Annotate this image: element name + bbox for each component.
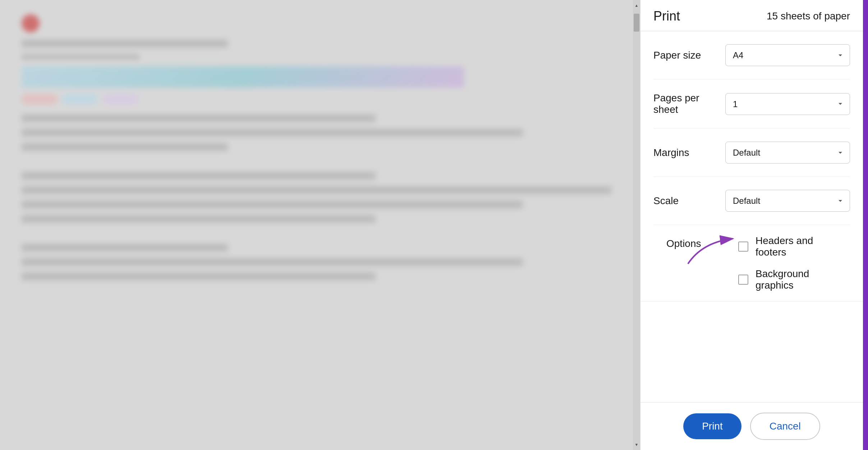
scroll-thumb[interactable] xyxy=(634,14,639,32)
background-graphics-row: Background graphics xyxy=(738,268,837,291)
background-graphics-label: Background graphics xyxy=(756,268,837,291)
options-row: Options xyxy=(666,235,837,291)
sheets-count: 15 sheets of paper xyxy=(767,10,850,22)
panel-title: Print xyxy=(653,9,680,24)
print-preview xyxy=(0,0,633,450)
headers-footers-checkbox[interactable] xyxy=(738,242,748,252)
margins-select[interactable]: Default None Minimum Custom xyxy=(725,142,850,164)
pages-per-sheet-select[interactable]: 1 2 4 6 9 16 xyxy=(725,93,850,115)
preview-scrollbar[interactable]: ▲ ▼ xyxy=(633,0,640,450)
headers-footers-label: Headers and footers xyxy=(756,235,837,258)
cancel-button[interactable]: Cancel xyxy=(750,413,820,440)
options-label: Options xyxy=(666,235,738,249)
pages-per-sheet-row: Pages per sheet 1 2 4 6 9 16 xyxy=(653,79,850,129)
options-checkboxes: Headers and footers Background graphics xyxy=(738,235,837,291)
print-panel: Print 15 sheets of paper Paper size A4 L… xyxy=(640,0,863,450)
pages-per-sheet-label: Pages per sheet xyxy=(653,92,725,115)
margins-label: Margins xyxy=(653,147,725,159)
print-button[interactable]: Print xyxy=(683,413,741,439)
scale-label: Scale xyxy=(653,195,725,207)
scale-row: Scale Default Custom Fit to page width xyxy=(653,177,850,225)
paper-size-row: Paper size A4 Letter Legal A3 xyxy=(653,31,850,79)
panel-footer: Print Cancel xyxy=(640,402,863,450)
headers-footers-row: Headers and footers xyxy=(738,235,837,258)
form-section: Paper size A4 Letter Legal A3 Pages per … xyxy=(640,31,863,302)
accent-bar xyxy=(863,0,868,450)
margins-row: Margins Default None Minimum Custom xyxy=(653,129,850,177)
background-graphics-checkbox[interactable] xyxy=(738,275,748,285)
paper-size-select[interactable]: A4 Letter Legal A3 xyxy=(725,44,850,66)
scroll-down-arrow[interactable]: ▼ xyxy=(633,439,640,450)
panel-header: Print 15 sheets of paper xyxy=(640,0,863,31)
scale-select[interactable]: Default Custom Fit to page width xyxy=(725,190,850,212)
panel-body[interactable]: Paper size A4 Letter Legal A3 Pages per … xyxy=(640,31,863,402)
paper-size-label: Paper size xyxy=(653,50,725,61)
scroll-up-arrow[interactable]: ▲ xyxy=(633,0,640,11)
options-section: Options xyxy=(653,225,850,301)
